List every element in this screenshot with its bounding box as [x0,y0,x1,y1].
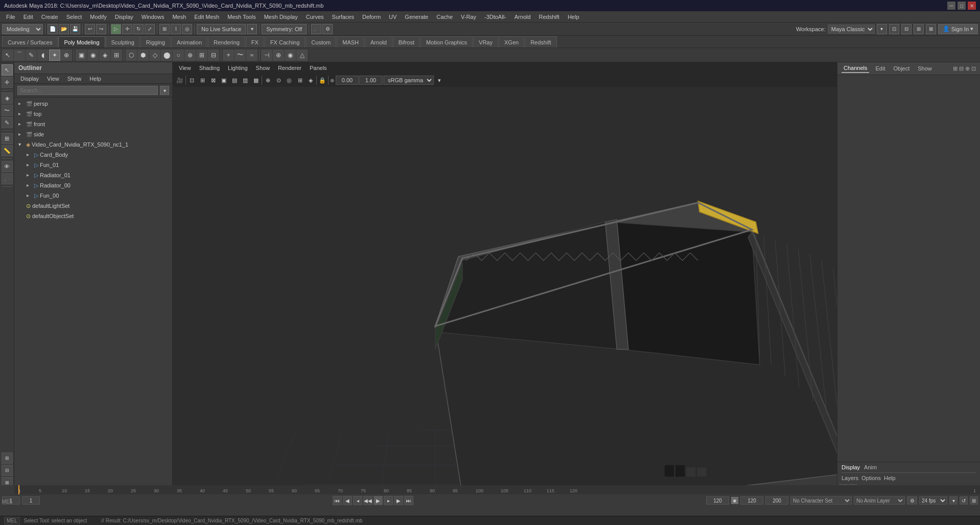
time-ruler[interactable]: 1 5 10 15 20 25 30 35 40 45 50 55 60 65 … [14,485,980,494]
vp-gamma-options[interactable]: ▾ [434,75,445,85]
vp-camera-btn[interactable]: 🎥 [175,75,185,85]
help-subtab[interactable]: Help [884,475,896,481]
render-tool-btn[interactable]: 🎥 [2,173,13,184]
expand-rad01[interactable]: ▸ [27,172,33,178]
vp-lock-btn[interactable]: 🔒 [317,75,328,85]
measure-tool-btn[interactable]: 📏 [2,145,13,156]
outliner-search-input[interactable] [17,86,158,95]
vp-gamma-select[interactable]: sRGB gamma [384,76,434,85]
select-mode-button[interactable]: ↖ [2,50,13,61]
tab-object[interactable]: Object [891,64,912,73]
tab-show[interactable]: Show [916,64,934,73]
outliner-filter-button[interactable]: ▾ [160,86,169,95]
symmetry-button[interactable]: Symmetry: Off [262,24,307,34]
tab-edit[interactable]: Edit [873,64,887,73]
render-region-button[interactable]: 🎥 [311,24,321,34]
live-surface-arrow[interactable]: ▾ [247,24,257,34]
mirror-button[interactable]: ⊣ [261,50,272,61]
move-tool-button[interactable]: ✛ [122,24,132,34]
outliner-menu-view[interactable]: View [43,75,63,83]
expand-side[interactable]: ▸ [18,131,25,137]
menu-file[interactable]: File [2,13,19,21]
bevel-button[interactable]: ◇ [149,50,160,61]
outliner-item-fun01[interactable]: ▸ ▷ Fun_01 [14,160,172,170]
menu-arnold[interactable]: Arnold [510,13,535,21]
fps-select[interactable]: 24 fps [919,496,947,505]
shaded-button[interactable]: ◉ [87,50,99,61]
tab-redshift[interactable]: Redshift [525,36,556,47]
redo-button[interactable]: ↪ [96,24,106,34]
skip-to-start-button[interactable]: ⏮ [333,496,342,505]
triangulate-button[interactable]: △ [296,50,308,61]
expand-fun01[interactable]: ▸ [27,162,33,168]
snap-all-1[interactable]: ⊡ [889,24,899,34]
snap-tool-btn[interactable]: ⊞ [2,133,13,144]
tab-rigging[interactable]: Rigging [141,36,171,47]
vp-four-pane[interactable]: ⊠ [208,75,218,85]
workspace-select[interactable]: Maya Classic [828,25,875,34]
menu-mesh-display[interactable]: Mesh Display [260,13,302,21]
tab-channels[interactable]: Channels [842,64,869,73]
undo-button[interactable]: ↩ [85,24,95,34]
channel-icon-1[interactable]: ⊞ [953,65,958,72]
vp-menu-shading[interactable]: Shading [195,64,224,72]
mode-dropdown[interactable]: Modeling [2,24,43,34]
outliner-item-top[interactable]: ▸ 🎬 top [14,109,172,119]
expand-top[interactable]: ▸ [18,111,25,117]
vp-snap2[interactable]: ⊙ [273,75,284,85]
rotate-tool-button[interactable]: ↻ [133,24,144,34]
menu-select[interactable]: Select [62,13,86,21]
edge-loop-button[interactable]: ⊞ [196,50,207,61]
menu-display[interactable]: Display [111,13,137,21]
open-scene-button[interactable]: 📂 [59,24,69,34]
tab-animation[interactable]: Animation [171,36,207,47]
vp-exposure-input[interactable] [336,76,359,85]
menu-uv[interactable]: UV [385,13,401,21]
range-max-input[interactable] [765,496,788,505]
menu-edit-mesh[interactable]: Edit Mesh [190,13,223,21]
poly-model-btn[interactable]: ◈ [2,92,13,104]
outliner-menu-help[interactable]: Help [85,75,105,83]
connect-button[interactable]: ⊕ [184,50,196,61]
select-tool-btn[interactable]: ↖ [2,64,13,76]
soft-select-button[interactable]: ◖ [37,50,49,61]
outliner-item-front[interactable]: ▸ 🎬 front [14,119,172,129]
outliner-item-persp[interactable]: ▸ 🎬 persp [14,99,172,109]
skip-to-end-button[interactable]: ⏭ [404,496,413,505]
snap-grid-button[interactable]: ⊞ [159,24,170,34]
channel-icon-3[interactable]: ⊕ [965,65,970,72]
anim-layer-select[interactable]: No Anim Layer [854,496,905,505]
snap-point-button[interactable]: ◎ [182,24,192,34]
time-end-input[interactable] [706,496,729,505]
no-live-surface-button[interactable]: No Live Surface [197,24,246,34]
wireframe-button[interactable]: ▣ [76,50,87,61]
vp-snap3[interactable]: ◎ [284,75,294,85]
tab-fx-caching[interactable]: FX Caching [265,36,305,47]
expand-card-body[interactable]: ▸ [27,152,33,158]
relax-button[interactable]: ≈ [246,50,258,61]
menu-cache[interactable]: Cache [432,13,457,21]
new-scene-button[interactable]: 📄 [48,24,58,34]
vp-layout4[interactable]: ▦ [251,75,261,85]
snap-all-2[interactable]: ⊟ [901,24,912,34]
bridge-button[interactable]: ⬢ [137,50,149,61]
vp-layout1[interactable]: ▣ [219,75,229,85]
shaded-wire-button[interactable]: ◈ [99,50,110,61]
tab-curves-surfaces[interactable]: Curves / Surfaces [2,36,58,47]
bounding-box-button[interactable]: ⊞ [111,50,122,61]
quad-draw-button[interactable]: + [223,50,234,61]
outliner-item-radiator00[interactable]: ▸ ▷ Radiator_00 [14,180,172,190]
close-button[interactable]: ✕ [968,2,976,10]
next-frame-button[interactable]: ▸ [384,496,393,505]
select-tool-button[interactable]: ▷ [111,24,121,34]
3d-canvas[interactable]: persp X Y Z [173,87,837,494]
scale-tool-button[interactable]: ⤢ [145,24,155,34]
outliner-item-video-card-group[interactable]: ▾ ◈ Video_Card_Nvidia_RTX_5090_nc1_1 [14,139,172,150]
menu-edit[interactable]: Edit [19,13,37,21]
play-forward-button[interactable]: ▶ [374,496,383,505]
menu-help[interactable]: Help [564,13,584,21]
anim-layer-btn[interactable]: ⊟ [2,465,13,476]
vp-gamma-input[interactable] [359,76,382,85]
channel-icon-4[interactable]: ⊡ [971,65,976,72]
channel-icon-2[interactable]: ⊟ [959,65,964,72]
